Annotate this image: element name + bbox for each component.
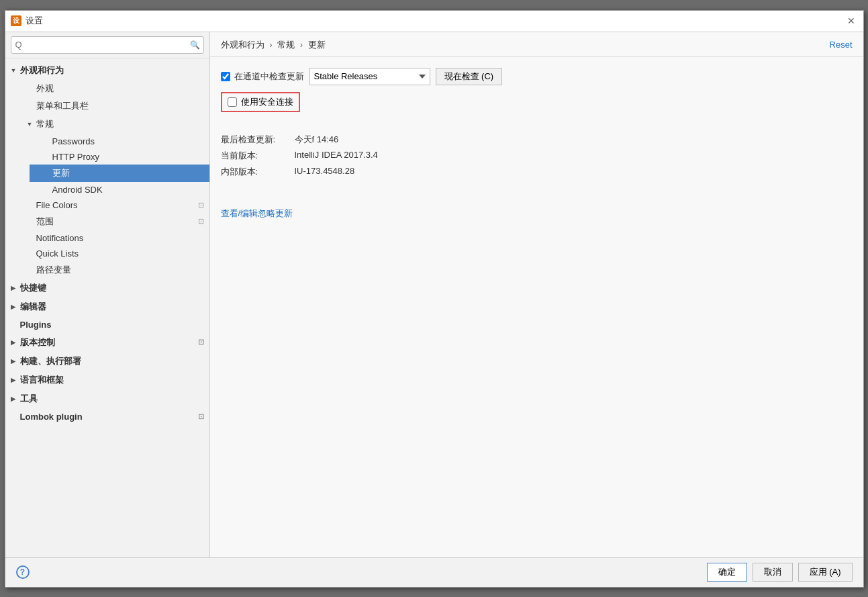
sidebar-item-tools-label: 工具 [20, 393, 38, 405]
sidebar-item-scope[interactable]: 范围 ⊡ [13, 213, 209, 230]
sidebar-item-menus-label: 菜单和工具栏 [36, 100, 89, 112]
cancel-button[interactable]: 取消 [753, 563, 793, 582]
scope-page-icon: ⊡ [198, 217, 204, 226]
current-version-value: IntelliJ IDEA 2017.3.4 [295, 150, 853, 162]
check-updates-checkbox[interactable] [221, 72, 230, 81]
footer: ? 确定 取消 应用 (A) [5, 557, 863, 587]
sidebar-item-general[interactable]: 常规 [13, 115, 209, 134]
lombok-page-icon: ⊡ [198, 412, 204, 421]
sidebar-item-plugins-label: Plugins [20, 320, 52, 330]
ignore-updates-link[interactable]: 查看/编辑忽略更新 [221, 208, 293, 220]
sidebar: 🔍 外观和行为 外观 菜单和工具栏 [5, 32, 210, 557]
info-grid: 最后检查更新: 今天f 14:46 当前版本: IntelliJ IDEA 20… [221, 134, 853, 178]
search-input[interactable] [11, 36, 204, 54]
sidebar-item-notifications[interactable]: Notifications [13, 230, 209, 246]
secure-conn-checkbox[interactable] [228, 97, 237, 107]
check-now-button[interactable]: 现在检查 (C) [436, 68, 503, 85]
editor-expand-icon [11, 304, 17, 310]
sidebar-item-editor-label: 编辑器 [20, 301, 46, 313]
sidebar-item-quick-lists-label: Quick Lists [36, 248, 79, 259]
content-panel: 外观和行为 › 常规 › 更新 Reset 在通道中检查更新 Stab [210, 32, 863, 557]
reset-button[interactable]: Reset [830, 40, 853, 50]
file-colors-page-icon: ⊡ [198, 201, 204, 210]
sidebar-item-scope-label: 范围 [36, 216, 54, 228]
sidebar-item-appearance[interactable]: 外观和行为 [5, 61, 209, 80]
window-title: 设置 [26, 15, 43, 27]
sidebar-item-vcs-label: 版本控制 [20, 336, 55, 349]
sidebar-item-file-colors[interactable]: File Colors ⊡ [13, 197, 209, 213]
sidebar-item-updates-label: 更新 [52, 167, 70, 179]
sidebar-item-menus[interactable]: 菜单和工具栏 [13, 97, 209, 115]
current-version-label: 当前版本: [221, 150, 295, 162]
sidebar-item-passwords-label: Passwords [52, 136, 95, 146]
sidebar-item-passwords[interactable]: Passwords [30, 134, 209, 149]
build-expand-icon [11, 358, 17, 365]
breadcrumb-sep-1: › [269, 40, 275, 50]
general-expand-icon [27, 121, 34, 128]
sidebar-item-lang[interactable]: 语言和框架 [5, 371, 209, 389]
check-updates-row: 在通道中检查更新 Stable Releases EAP Beta 现在检查 (… [221, 68, 853, 85]
channel-dropdown[interactable]: Stable Releases EAP Beta [309, 68, 430, 85]
sidebar-item-android-sdk-label: Android SDK [52, 185, 103, 195]
breadcrumb: 外观和行为 › 常规 › 更新 [221, 39, 326, 51]
sidebar-item-build[interactable]: 构建、执行部署 [5, 352, 209, 371]
dialog-body: 🔍 外观和行为 外观 菜单和工具栏 [5, 32, 863, 557]
sidebar-item-quick-lists[interactable]: Quick Lists [13, 246, 209, 261]
apply-button[interactable]: 应用 (A) [798, 563, 853, 582]
ok-button[interactable]: 确定 [707, 563, 747, 582]
appearance-children: 外观 菜单和工具栏 常规 Passwords [5, 80, 209, 279]
internal-version-label: 内部版本: [221, 166, 295, 178]
nav-tree: 外观和行为 外观 菜单和工具栏 常规 [5, 58, 209, 557]
sidebar-item-keymap-label: 快捷键 [20, 282, 46, 294]
sidebar-item-lombok[interactable]: Lombok plugin ⊡ [5, 408, 209, 425]
search-wrapper: 🔍 [11, 36, 204, 54]
sidebar-item-plugins[interactable]: Plugins [5, 316, 209, 333]
search-box: 🔍 [5, 32, 209, 58]
sidebar-item-android-sdk[interactable]: Android SDK [30, 182, 209, 197]
close-button[interactable]: ✕ [845, 14, 858, 28]
sidebar-item-appearance-sub-label: 外观 [36, 83, 54, 95]
footer-buttons: 确定 取消 应用 (A) [707, 563, 853, 582]
help-button[interactable]: ? [16, 565, 30, 579]
tools-expand-icon [11, 396, 17, 402]
last-check-label: 最后检查更新: [221, 134, 295, 146]
sidebar-item-http-proxy[interactable]: HTTP Proxy [30, 149, 209, 165]
sidebar-item-vcs[interactable]: 版本控制 ⊡ [5, 333, 209, 352]
keymap-expand-icon [11, 285, 17, 291]
breadcrumb-part-1: 外观和行为 [221, 40, 264, 50]
title-bar: 设 设置 ✕ [5, 11, 863, 32]
sidebar-item-notifications-label: Notifications [36, 233, 84, 243]
lang-expand-icon [11, 377, 17, 383]
app-icon: 设 [11, 15, 21, 26]
secure-conn-row: 使用安全连接 [221, 92, 300, 112]
ignore-updates-section: 查看/编辑忽略更新 [221, 194, 853, 220]
expand-icon [11, 67, 17, 74]
sidebar-item-updates[interactable]: 更新 [30, 165, 209, 182]
search-icon: 🔍 [190, 40, 200, 50]
general-children: Passwords HTTP Proxy 更新 Android SDK [13, 134, 209, 197]
check-updates-text: 在通道中检查更新 [234, 71, 304, 83]
sidebar-item-path-var[interactable]: 路径变量 [13, 261, 209, 279]
secure-conn-label: 使用安全连接 [241, 96, 293, 108]
check-updates-label[interactable]: 在通道中检查更新 [221, 71, 304, 83]
sidebar-item-keymap[interactable]: 快捷键 [5, 279, 209, 297]
vcs-expand-icon [11, 339, 17, 346]
sidebar-item-appearance-sub[interactable]: 外观 [13, 80, 209, 97]
sidebar-item-lombok-label: Lombok plugin [20, 412, 83, 422]
sidebar-item-file-colors-label: File Colors [36, 200, 78, 210]
sidebar-item-appearance-label: 外观和行为 [20, 64, 64, 77]
content-body: 在通道中检查更新 Stable Releases EAP Beta 现在检查 (… [210, 57, 863, 557]
internal-version-value: IU-173.4548.28 [295, 166, 853, 178]
title-bar-left: 设 设置 [11, 15, 43, 27]
sidebar-item-editor[interactable]: 编辑器 [5, 297, 209, 316]
sidebar-item-http-proxy-label: HTTP Proxy [52, 152, 100, 162]
content-header: 外观和行为 › 常规 › 更新 Reset [210, 32, 863, 57]
sidebar-item-lang-label: 语言和框架 [20, 374, 64, 386]
sidebar-item-general-label: 常规 [36, 118, 54, 130]
breadcrumb-part-3: 更新 [308, 40, 326, 50]
sidebar-item-tools[interactable]: 工具 [5, 389, 209, 408]
settings-dialog: 设 设置 ✕ 🔍 外观和行为 [5, 10, 864, 588]
last-check-value: 今天f 14:46 [295, 134, 853, 146]
breadcrumb-part-2: 常规 [277, 40, 295, 50]
vcs-page-icon: ⊡ [198, 338, 204, 347]
